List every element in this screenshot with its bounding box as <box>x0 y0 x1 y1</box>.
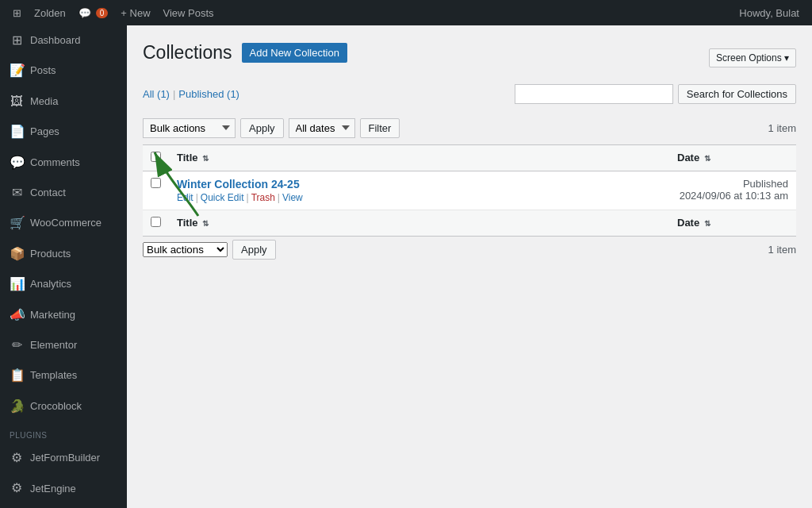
title-sort-link[interactable]: Title ⇅ <box>177 152 209 164</box>
bottom-toolbar: Bulk actions Edit Move to Trash Apply 1 … <box>143 240 796 260</box>
date-sort-link[interactable]: Date ⇅ <box>677 152 710 164</box>
row-title-cell: Winter Collection 24-25 Edit | Quick Edi… <box>169 171 669 210</box>
jetformbuilder-icon: ⚙ <box>10 449 24 467</box>
row-trash-link[interactable]: Trash <box>251 192 275 203</box>
item-count-top: 1 item <box>768 122 796 134</box>
products-icon: 📦 <box>10 245 24 263</box>
view-posts-btn[interactable]: View Posts <box>157 0 220 25</box>
date-footer-sort-icon: ⇅ <box>704 219 710 228</box>
tab-published[interactable]: Published (1) <box>178 88 239 100</box>
post-types-section-label: POST TYPES <box>0 504 127 508</box>
posts-icon: 📝 <box>10 62 24 79</box>
search-input[interactable] <box>515 84 673 104</box>
date-footer-sort-link[interactable]: Date ⇅ <box>677 217 710 229</box>
bulk-actions-select[interactable]: Bulk actions Edit Move to Trash <box>143 118 236 138</box>
content-area: Collections Add New Collection Screen Op… <box>143 41 796 260</box>
sidebar-label-dashboard: Dashboard <box>30 33 81 48</box>
action-sep-1: | <box>196 192 198 203</box>
tab-all[interactable]: All (1) <box>143 88 170 100</box>
sidebar-item-crocoblock[interactable]: 🐊 Crocoblock <box>0 391 127 421</box>
view-posts-label: View Posts <box>163 7 214 19</box>
row-date: 2024/09/06 at 10:13 am <box>680 190 788 202</box>
sidebar-label-comments: Comments <box>30 156 80 170</box>
check-all-checkbox[interactable] <box>151 152 161 162</box>
comment-icon: 💬 <box>79 7 91 19</box>
sidebar-label-contact: Contact <box>30 186 66 200</box>
sidebar-label-jetformbuilder: JetFormBuilder <box>30 451 100 465</box>
elementor-icon: ✏ <box>10 337 24 354</box>
top-toolbar: Bulk actions Edit Move to Trash Apply Al… <box>143 118 796 138</box>
table-row: Winter Collection 24-25 Edit | Quick Edi… <box>143 171 796 210</box>
media-icon: 🖼 <box>10 93 24 110</box>
check-all-header[interactable] <box>143 144 169 171</box>
sidebar-item-jetformbuilder[interactable]: ⚙ JetFormBuilder <box>0 443 127 473</box>
tab-published-link[interactable]: Published (1) <box>178 88 239 100</box>
admin-bar: ⊞ Zolden 💬 0 + New View Posts Howdy, Bul… <box>0 0 812 25</box>
site-name-label: Zolden <box>34 7 66 19</box>
row-actions: Edit | Quick Edit | Trash | View <box>177 192 661 203</box>
layout: ⊞ Dashboard 📝 Posts 🖼 Media 📄 Pages 💬 Co… <box>0 25 812 508</box>
dashboard-icon: ⊞ <box>10 32 24 49</box>
apply-button[interactable]: Apply <box>240 118 284 138</box>
new-label: + New <box>121 7 150 19</box>
sidebar-item-analytics[interactable]: 📊 Analytics <box>0 269 127 299</box>
pages-icon: 📄 <box>10 123 24 140</box>
add-new-collection-button[interactable]: Add New Collection <box>242 43 347 63</box>
date-footer-label: Date <box>677 217 699 229</box>
sidebar-item-dashboard[interactable]: ⊞ Dashboard <box>0 25 127 56</box>
title-footer-sort-link[interactable]: Title ⇅ <box>177 217 209 229</box>
tab-all-link[interactable]: All (1) <box>143 88 170 100</box>
sidebar-label-elementor: Elementor <box>30 338 77 352</box>
sidebar-label-jetengine: JetEngine <box>30 482 76 496</box>
sidebar-item-woocommerce[interactable]: 🛒 WooCommerce <box>0 208 127 238</box>
site-name[interactable]: Zolden <box>28 0 72 25</box>
check-all-footer-checkbox[interactable] <box>151 217 161 227</box>
row-quick-edit-link[interactable]: Quick Edit <box>201 192 244 203</box>
sidebar-item-jetengine[interactable]: ⚙ JetEngine <box>0 473 127 503</box>
date-header[interactable]: Date ⇅ <box>669 144 796 171</box>
date-header-label: Date <box>677 152 699 164</box>
date-footer[interactable]: Date ⇅ <box>669 210 796 236</box>
bottom-bulk-actions-select[interactable]: Bulk actions Edit Move to Trash <box>143 242 228 257</box>
bottom-apply-button[interactable]: Apply <box>232 240 276 260</box>
row-checkbox[interactable] <box>151 178 161 188</box>
title-header[interactable]: Title ⇅ <box>169 144 669 171</box>
notif-count: 0 <box>96 8 109 18</box>
row-view-link[interactable]: View <box>282 192 303 203</box>
sidebar-item-elementor[interactable]: ✏ Elementor <box>0 330 127 360</box>
wp-logo[interactable]: ⊞ <box>6 0 28 25</box>
search-button[interactable]: Search for Collections <box>678 84 796 104</box>
collections-table: Title ⇅ Date ⇅ <box>143 144 796 237</box>
sidebar-item-media[interactable]: 🖼 Media <box>0 87 127 117</box>
sidebar-label-templates: Templates <box>30 368 77 383</box>
date-filter-select[interactable]: All dates <box>289 118 355 138</box>
comments-notif[interactable]: 💬 0 <box>72 0 115 25</box>
howdy-text[interactable]: Howdy, Bulat <box>733 7 806 19</box>
jetengine-icon: ⚙ <box>10 479 24 497</box>
sidebar-item-contact[interactable]: ✉ Contact <box>0 178 127 208</box>
comments-icon: 💬 <box>10 154 24 171</box>
row-status: Published <box>743 178 788 190</box>
date-sort-icon: ⇅ <box>704 154 710 163</box>
contact-icon: ✉ <box>10 184 24 202</box>
sidebar-item-marketing[interactable]: 📣 Marketing <box>0 300 127 330</box>
sidebar-item-pages[interactable]: 📄 Pages <box>0 117 127 147</box>
screen-options-button[interactable]: Screen Options ▾ <box>709 48 796 67</box>
row-title-link[interactable]: Winter Collection 24-25 <box>177 178 300 190</box>
title-footer[interactable]: Title ⇅ <box>169 210 669 236</box>
sidebar-label-woocommerce: WooCommerce <box>30 216 102 230</box>
sidebar-item-products[interactable]: 📦 Products <box>0 239 127 269</box>
title-footer-sort-icon: ⇅ <box>202 219 209 228</box>
sidebar-item-comments[interactable]: 💬 Comments <box>0 148 127 178</box>
title-footer-label: Title <box>177 217 198 229</box>
row-edit-link[interactable]: Edit <box>177 192 193 203</box>
filter-button[interactable]: Filter <box>360 118 400 138</box>
check-all-footer[interactable] <box>143 210 169 236</box>
sidebar-item-posts[interactable]: 📝 Posts <box>0 56 127 86</box>
tab-sep: | <box>173 88 175 100</box>
new-post-btn[interactable]: + New <box>114 0 156 25</box>
main-content: Collections Add New Collection Screen Op… <box>127 25 812 508</box>
search-bar: Search for Collections <box>515 84 796 104</box>
wp-icon: ⊞ <box>13 7 21 19</box>
sidebar-item-templates[interactable]: 📋 Templates <box>0 360 127 391</box>
